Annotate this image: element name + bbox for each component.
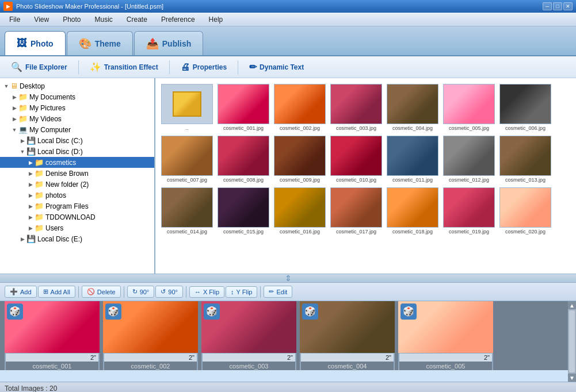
photo-cell-7[interactable]: cosmetic_007.jpg xyxy=(160,134,214,184)
menu-photo[interactable]: Photo xyxy=(56,14,87,25)
expander-local-e[interactable]: ▶ xyxy=(18,236,26,242)
minimize-button[interactable]: ─ xyxy=(543,2,552,10)
photo-thumb-20 xyxy=(499,187,551,228)
rotate-cw-button[interactable]: ↻ 90° xyxy=(127,286,155,298)
photo-cell-6[interactable]: cosmetic_006.jpg xyxy=(498,83,552,132)
tab-photo[interactable]: 🖼 Photo xyxy=(5,31,66,55)
app-title: Photo Slideshow Maker Professional - [Un… xyxy=(16,3,543,10)
tree-item-photos[interactable]: ▶ 📁 photos xyxy=(0,190,154,201)
x-flip-button[interactable]: ↔ X Flip xyxy=(189,286,224,298)
film-item-4[interactable]: 🎲 2" cosmetic_004 xyxy=(300,301,395,370)
photo-cell-1[interactable]: cosmetic_001.jpg xyxy=(216,83,270,132)
expander-tddownload[interactable]: ▶ xyxy=(26,214,35,220)
add-button[interactable]: ➕ Add xyxy=(5,286,37,298)
expander-denise-brown[interactable]: ▶ xyxy=(26,171,35,176)
add-all-button[interactable]: ⊞ Add All xyxy=(38,286,75,298)
film-item-5[interactable]: 🎲 2" cosmetic_005 xyxy=(398,301,493,370)
tree-item-cosmetics[interactable]: ▶ 📁 cosmetics xyxy=(0,157,154,168)
film-item-2[interactable]: 🎲 2" cosmetic_002 xyxy=(103,301,198,370)
file-explorer-button[interactable]: 🔍 File Explorer xyxy=(5,59,74,75)
tab-theme[interactable]: 🎨 Theme xyxy=(67,31,133,55)
expander-users[interactable]: ▶ xyxy=(26,225,35,231)
tree-item-desktop[interactable]: ▼ 🖥 Desktop xyxy=(0,80,154,91)
tree-item-my-computer[interactable]: ▼ 💻 My Computer xyxy=(0,124,154,135)
rotate-ccw-button[interactable]: ↺ 90° xyxy=(155,286,183,298)
expander-my-documents[interactable]: ▶ xyxy=(10,94,18,100)
tree-item-denise-brown[interactable]: ▶ 📁 Denise Brown xyxy=(0,168,154,179)
tree-item-new-folder[interactable]: ▶ 📁 New folder (2) xyxy=(0,179,154,190)
toolbar-sep-1 xyxy=(78,60,79,74)
menu-create[interactable]: Create xyxy=(120,14,154,25)
tab-publish[interactable]: 📤 Publish xyxy=(134,31,204,55)
resize-handle[interactable]: ⇕ xyxy=(0,274,576,283)
photo-grid[interactable]: .. cosmetic_001.jpg cosmetic_002.jpg cos… xyxy=(155,78,576,274)
expander-new-folder[interactable]: ▶ xyxy=(26,182,35,187)
filmstrip-scrollbar[interactable]: ▲ ▼ xyxy=(568,301,576,382)
filmstrip[interactable]: 🎲 2" cosmetic_001 🎲 2" cosmetic_002 🎲 2"… xyxy=(0,301,568,370)
tree-item-tddownload[interactable]: ▶ 📁 TDDOWNLOAD xyxy=(0,212,154,222)
photo-cell-19[interactable]: cosmetic_019.jpg xyxy=(442,186,496,236)
film-item-1[interactable]: 🎲 2" cosmetic_001 xyxy=(5,301,100,370)
menu-preference[interactable]: Preference xyxy=(154,14,202,25)
expander-local-c[interactable]: ▶ xyxy=(18,138,26,144)
expander-cosmetics[interactable]: ▶ xyxy=(26,160,35,166)
cosmetics-icon: 📁 xyxy=(35,158,44,167)
tree-item-local-c[interactable]: ▶ 💾 Local Disc (C:) xyxy=(0,135,154,146)
photo-label-20: cosmetic_020.jpg xyxy=(505,229,546,235)
photo-cell-3[interactable]: cosmetic_003.jpg xyxy=(329,83,383,132)
photo-cell-17[interactable]: cosmetic_017.jpg xyxy=(329,186,383,236)
toolbar-sep-3 xyxy=(238,60,238,74)
edit-label: Edit xyxy=(276,289,287,295)
photo-cell-18[interactable]: cosmetic_018.jpg xyxy=(386,186,440,236)
photo-thumb-9 xyxy=(274,136,326,176)
photo-cell-10[interactable]: cosmetic_010.jpg xyxy=(329,134,383,184)
scroll-track[interactable] xyxy=(569,310,575,372)
photo-cell-20[interactable]: cosmetic_020.jpg xyxy=(498,186,552,236)
tree-item-users[interactable]: ▶ 📁 Users xyxy=(0,222,154,233)
expander-local-d[interactable]: ▼ xyxy=(18,149,26,155)
expander-program-files[interactable]: ▶ xyxy=(26,203,35,209)
scroll-down-arrow[interactable]: ▼ xyxy=(568,374,576,382)
properties-button[interactable]: 🖨 Properties xyxy=(174,59,233,75)
expander-my-videos[interactable]: ▶ xyxy=(10,116,18,122)
photo-cell-9[interactable]: cosmetic_009.jpg xyxy=(273,134,327,184)
tree-item-program-files[interactable]: ▶ 📁 Program Files xyxy=(0,201,154,212)
menu-view[interactable]: View xyxy=(27,14,56,25)
photo-cell-13[interactable]: cosmetic_013.jpg xyxy=(498,134,552,184)
expander-photos[interactable]: ▶ xyxy=(26,193,35,198)
photo-cell-2[interactable]: cosmetic_002.jpg xyxy=(273,83,327,132)
tree-item-local-d[interactable]: ▼ 💾 Local Disc (D:) xyxy=(0,146,154,157)
photo-cell-16[interactable]: cosmetic_016.jpg xyxy=(273,186,327,236)
transition-effect-button[interactable]: ✨ Transition Effect xyxy=(83,59,165,75)
delete-button[interactable]: 🚫 Delete xyxy=(82,286,121,298)
dynamic-text-button[interactable]: ✏ Dynamic Text xyxy=(243,59,310,75)
scroll-up-arrow[interactable]: ▲ xyxy=(568,301,576,309)
y-flip-button[interactable]: ↕ Y Flip xyxy=(226,286,257,298)
tree-label-users: Users xyxy=(45,224,63,232)
tree-item-local-e[interactable]: ▶ 💾 Local Disc (E:) xyxy=(0,233,154,244)
program-files-icon: 📁 xyxy=(35,202,44,210)
menu-help[interactable]: Help xyxy=(202,14,230,25)
photo-cell-14[interactable]: cosmetic_014.jpg xyxy=(160,186,214,236)
tree-item-my-documents[interactable]: ▶ 📁 My Documents xyxy=(0,91,154,102)
menu-file[interactable]: File xyxy=(2,14,27,25)
photo-cell-5[interactable]: cosmetic_005.jpg xyxy=(442,83,496,132)
photo-cell-4[interactable]: cosmetic_004.jpg xyxy=(386,83,440,132)
photo-cell-15[interactable]: cosmetic_015.jpg xyxy=(216,186,270,236)
add-all-label: Add All xyxy=(51,289,70,295)
maximize-button[interactable]: □ xyxy=(553,2,562,10)
expander-my-pictures[interactable]: ▶ xyxy=(10,105,18,111)
close-button[interactable]: ✕ xyxy=(563,2,573,10)
expander-desktop[interactable]: ▼ xyxy=(2,83,10,89)
photo-parent-folder[interactable]: .. xyxy=(160,83,214,132)
file-tree[interactable]: ▼ 🖥 Desktop ▶ 📁 My Documents ▶ 📁 My Pict… xyxy=(0,78,155,274)
photo-cell-8[interactable]: cosmetic_008.jpg xyxy=(216,134,270,184)
expander-my-computer[interactable]: ▼ xyxy=(10,127,18,133)
menu-music[interactable]: Music xyxy=(88,14,120,25)
tree-item-my-videos[interactable]: ▶ 📁 My Videos xyxy=(0,113,154,124)
photo-cell-12[interactable]: cosmetic_012.jpg xyxy=(442,134,496,184)
edit-button[interactable]: ✏ Edit xyxy=(264,286,292,298)
tree-item-my-pictures[interactable]: ▶ 📁 My Pictures xyxy=(0,102,154,113)
film-item-3[interactable]: 🎲 2" cosmetic_003 xyxy=(201,301,296,370)
photo-cell-11[interactable]: cosmetic_011.jpg xyxy=(386,134,440,184)
